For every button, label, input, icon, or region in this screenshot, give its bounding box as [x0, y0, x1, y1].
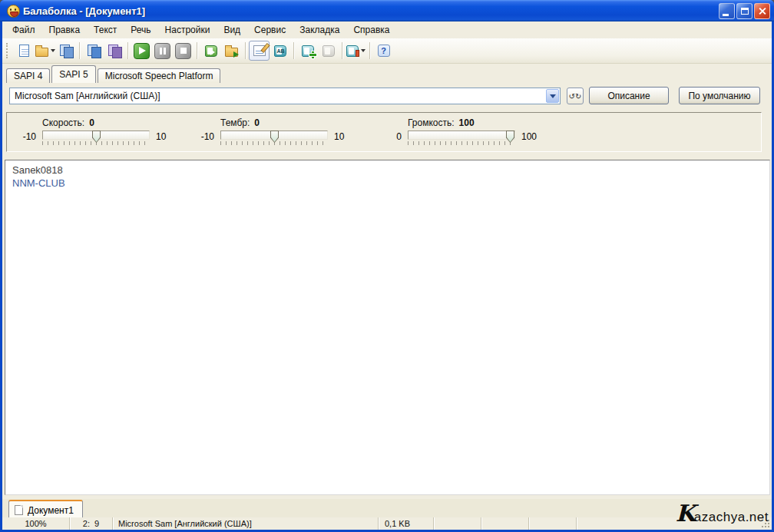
menu-edit[interactable]: Правка: [42, 22, 88, 38]
menu-bookmark[interactable]: Закладка: [293, 22, 346, 38]
pause-button[interactable]: [152, 41, 173, 61]
open-dropdown-icon: [51, 49, 55, 52]
pronunciation-editor-icon: [253, 45, 266, 56]
tab-sapi4[interactable]: SAPI 4: [6, 68, 50, 83]
watermark-text: azachya.net: [694, 510, 769, 525]
menu-speech[interactable]: Речь: [124, 22, 157, 38]
document-tab-bar: Документ1: [2, 499, 772, 520]
watermark: K azachya.net: [676, 506, 769, 525]
status-current-voice: Microsoft Sam [Английский (США)]: [113, 517, 379, 530]
voice-dropdown-button[interactable]: [546, 89, 559, 103]
stop-button[interactable]: [173, 41, 194, 61]
rate-slider-track[interactable]: [42, 131, 150, 140]
stop-icon: [175, 43, 191, 59]
toolbar-grip[interactable]: [6, 43, 10, 58]
voice-selected-value: Microsoft Sam [Английский (США)]: [10, 91, 545, 101]
dictionary-button[interactable]: AB: [270, 41, 290, 61]
pronunciation-editor-button[interactable]: [249, 41, 270, 61]
save-text-icon: [59, 44, 73, 58]
open-file-icon: [35, 48, 48, 57]
save-audio-button[interactable]: [83, 41, 104, 61]
voice-parameters-panel: Скорость:0 -10 10 Тембр:0 -10: [6, 112, 762, 152]
document-tab[interactable]: Документ1: [8, 500, 83, 519]
close-button[interactable]: [754, 3, 770, 19]
volume-max-label: 100: [521, 131, 537, 142]
open-file-button[interactable]: [35, 41, 55, 61]
pitch-value: 0: [254, 117, 260, 128]
default-button[interactable]: По умолчанию: [679, 87, 760, 104]
bookmarks-icon: [346, 45, 359, 57]
tab-sapi5[interactable]: SAPI 5: [51, 65, 95, 83]
menu-bar: Файл Правка Текст Речь Настройки Вид Сер…: [2, 21, 772, 38]
text-editor[interactable]: Sanek0818 NNM-CLUB: [5, 160, 770, 495]
read-clipboard-button[interactable]: [200, 41, 221, 61]
refresh-icon: ↺↻: [569, 92, 582, 101]
document-tab-label: Документ1: [28, 505, 74, 516]
save-text-button[interactable]: [55, 41, 76, 61]
volume-label: Громкость:: [408, 117, 455, 128]
document-icon: [15, 505, 23, 515]
menu-file[interactable]: Файл: [5, 22, 42, 38]
rate-value: 0: [89, 117, 94, 128]
volume-value: 100: [459, 117, 475, 128]
dictionary-add-button[interactable]: [297, 41, 318, 61]
voice-row: Microsoft Sam [Английский (США)] ↺↻ Опис…: [2, 86, 772, 107]
menu-text[interactable]: Текст: [87, 22, 124, 38]
volume-min-label: 0: [383, 131, 402, 142]
toolbar-separator: [293, 42, 294, 59]
bookmarks-dropdown-icon: [361, 49, 366, 52]
read-file-icon: [225, 48, 238, 57]
refresh-voices-button[interactable]: ↺↻: [567, 88, 584, 104]
toolbar-separator: [369, 42, 370, 59]
toolbar-separator: [245, 42, 246, 59]
tab-microsoft-speech-platform[interactable]: Microsoft Speech Platform: [98, 68, 221, 83]
rate-label: Скорость:: [42, 117, 84, 128]
toolbar-separator: [79, 42, 80, 59]
volume-slider-group: Громкость:100 0 100: [383, 117, 537, 145]
volume-slider-ticks: [408, 141, 515, 145]
rate-min-label: -10: [18, 131, 36, 142]
status-cursor-position: 2: 9: [70, 517, 113, 530]
toolbar-separator: [127, 42, 128, 59]
pause-icon: [154, 43, 170, 59]
pitch-slider-track[interactable]: [220, 131, 328, 140]
status-empty-cell: [481, 517, 529, 530]
toolbar: AB ?: [2, 38, 772, 64]
description-button[interactable]: Описание: [589, 87, 669, 104]
menu-settings[interactable]: Настройки: [158, 22, 217, 38]
editor-line: NNM-CLUB: [12, 177, 762, 190]
pitch-label: Тембр:: [220, 117, 250, 128]
dictionary-remove-button[interactable]: [318, 41, 339, 61]
watermark-logo: K: [676, 506, 694, 521]
dictionary-icon: AB: [274, 45, 286, 57]
rate-slider-group: Скорость:0 -10 10: [18, 117, 166, 145]
status-bar: 100% 2: 9 Microsoft Sam [Английский (США…: [2, 517, 772, 530]
window-title: Балаболка - [Документ1]: [23, 5, 719, 17]
new-document-button[interactable]: [14, 41, 35, 61]
status-empty-cell: [434, 517, 481, 530]
read-file-button[interactable]: [221, 41, 242, 61]
toolbar-separator: [197, 42, 197, 59]
pitch-min-label: -10: [196, 131, 214, 142]
voice-select[interactable]: Microsoft Sam [Английский (США)]: [9, 88, 561, 104]
help-button[interactable]: ?: [373, 41, 394, 61]
menu-view[interactable]: Вид: [217, 22, 247, 38]
dictionary-remove-icon: [322, 45, 335, 57]
dictionary-add-icon: [302, 45, 314, 57]
menu-service[interactable]: Сервис: [247, 22, 293, 38]
status-file-size: 0,1 KB: [379, 517, 434, 530]
editor-line: Sanek0818: [12, 164, 762, 177]
app-window: Балаболка - [Документ1] Файл Правка Текс…: [0, 0, 774, 532]
menu-help[interactable]: Справка: [346, 22, 396, 38]
save-audio-parts-icon: [108, 44, 121, 58]
bookmarks-button[interactable]: [346, 41, 366, 61]
new-document-icon: [19, 45, 29, 57]
status-zoom: 100%: [2, 517, 70, 530]
maximize-button[interactable]: [736, 3, 752, 19]
save-audio-parts-button[interactable]: [104, 41, 124, 61]
play-button[interactable]: [131, 41, 152, 61]
minimize-button[interactable]: [719, 3, 735, 19]
volume-slider-track[interactable]: [408, 131, 515, 140]
maximize-icon: [741, 8, 749, 15]
title-bar: Балаболка - [Документ1]: [0, 0, 774, 21]
